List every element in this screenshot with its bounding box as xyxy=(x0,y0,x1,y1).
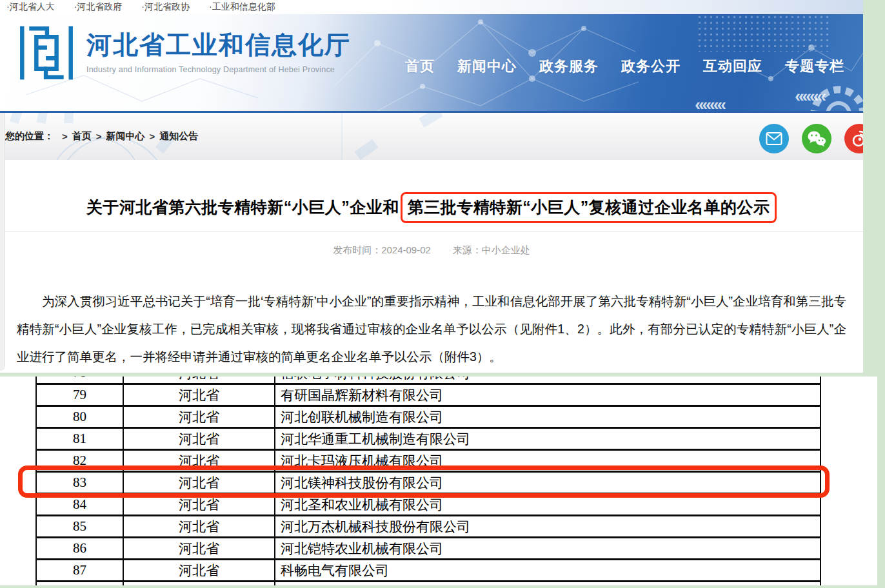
nav-item[interactable]: 专题专栏 xyxy=(785,57,844,76)
breadcrumb-separator: > xyxy=(96,131,102,142)
nav-item[interactable]: 政务公开 xyxy=(621,57,681,76)
article-area: 关于河北省第六批专精特新“小巨人”企业和第三批专精特新“小巨人”复核通过企业名单… xyxy=(0,192,863,373)
table-cell-number: 80 xyxy=(37,409,123,425)
weibo-icon xyxy=(850,130,863,148)
table-cell-company: 科畅电气有限公司 xyxy=(274,560,820,580)
table-row: 84 河北省 河北圣和农业机械有限公司 xyxy=(37,495,820,516)
table-cell-number: 87 xyxy=(37,562,123,578)
source-value: 中小企业处 xyxy=(482,244,530,255)
table-cell-company: 有研国晶辉新材料有限公司 xyxy=(274,385,820,405)
site-subtitle: Industry and Information Technology Depa… xyxy=(86,65,351,74)
table-cell-number: 86 xyxy=(37,540,123,556)
table-cell-province: 河北省 xyxy=(123,451,274,471)
topbar: ·河北省人大 ·河北省政府 ·河北省政协 ·工业和信息化部 xyxy=(0,0,863,14)
hebei-miit-logo-icon xyxy=(17,23,76,83)
table-cell-number: 83 xyxy=(37,475,123,491)
breadcrumb-item: > 新闻中心 xyxy=(92,130,145,142)
header-chevrons-right: «««« xyxy=(795,86,824,106)
publish-time-value: 2024-09-02 xyxy=(381,244,431,255)
breadcrumb-link[interactable]: 新闻中心 xyxy=(106,130,145,142)
title-highlight-box: 第三批专精特新“小巨人”复核通过企业名单的公示 xyxy=(401,192,777,223)
table-cell-province: 河北省 xyxy=(123,429,274,449)
breadcrumb-link[interactable]: 首页 xyxy=(72,130,92,142)
table-cell-number: 84 xyxy=(37,496,123,513)
table-row: 81 河北省 河北华通重工机械制造有限公司 xyxy=(37,429,820,451)
header-dots-pattern xyxy=(697,14,832,52)
company-table: 78 河北省 信联电子材料科技股份有限公司 79 河北省 有研国晶辉新材料有限公… xyxy=(35,377,821,585)
site-header: «««« «««« 河北省工业和信息化厅 Industry and Inform… xyxy=(0,14,863,111)
source-label: 来源： xyxy=(453,244,482,255)
table-cell-province: 河北省 xyxy=(123,407,274,427)
table-cell-province: 河北省 xyxy=(123,560,274,580)
table-cell-company: 河北铠特农业机械有限公司 xyxy=(274,538,820,558)
article-title: 关于河北省第六批专精特新“小巨人”企业和第三批专精特新“小巨人”复核通过企业名单… xyxy=(0,192,863,223)
table-cell-company: 河北圣和农业机械有限公司 xyxy=(274,495,820,514)
table-row: 86 河北省 河北铠特农业机械有限公司 xyxy=(37,538,820,560)
topbar-link[interactable]: ·河北省政府 xyxy=(74,1,123,13)
table-row xyxy=(37,582,820,585)
article-title-plain: 关于河北省第六批专精特新“小巨人”企业和 xyxy=(86,198,399,216)
table-row: 79 河北省 有研国晶辉新材料有限公司 xyxy=(37,385,820,407)
nav-item[interactable]: 政务服务 xyxy=(539,57,599,76)
title-divider xyxy=(0,231,863,232)
topbar-link[interactable]: ·工业和信息化部 xyxy=(209,1,275,13)
nav-item[interactable]: 首页 xyxy=(405,57,435,76)
table-cell-company xyxy=(274,582,820,585)
breadcrumb-link[interactable]: 通知公告 xyxy=(159,130,198,142)
topbar-link[interactable]: ·河北省人大 xyxy=(6,1,55,13)
table-cell-province: 河北省 xyxy=(123,538,274,558)
breadcrumb-label: 您的位置： xyxy=(5,130,54,142)
table-cell-company: 河北镁神科技股份有限公司 xyxy=(274,473,820,493)
table-row: 85 河北省 河北万杰机械科技股份有限公司 xyxy=(37,516,820,538)
article-body-paragraph: 为深入贯彻习近平总书记关于“培育一批‘专精特新’中小企业”的重要指示精神，工业和… xyxy=(17,288,846,371)
main-nav: 首页 新闻中心 政务服务 政务公开 互动回应 专题专栏 xyxy=(405,57,844,76)
nav-item[interactable]: 新闻中心 xyxy=(457,57,517,76)
site-logo[interactable]: 河北省工业和信息化厅 Industry and Information Tech… xyxy=(17,23,351,83)
publish-time-label: 发布时间： xyxy=(333,244,381,255)
article-meta: 发布时间：2024-09-02来源：中小企业处 xyxy=(0,244,863,257)
page-edge-strip xyxy=(0,113,5,371)
table-row: 82 河北省 河北卡玛液压机械有限公司 xyxy=(37,451,820,473)
webpage-window: ·河北省人大 ·河北省政府 ·河北省政协 ·工业和信息化部 xyxy=(0,0,863,373)
table-cell-company: 河北卡玛液压机械有限公司 xyxy=(274,451,820,471)
wechat-icon xyxy=(807,130,826,147)
table-cell-province: 河北省 xyxy=(123,516,274,536)
table-row: 83 河北省 河北镁神科技股份有限公司 xyxy=(37,473,820,495)
breadcrumb-separator: > xyxy=(62,131,68,142)
wechat-share-button[interactable] xyxy=(802,124,831,153)
table-cell-province xyxy=(123,582,274,585)
table-cell-province: 河北省 xyxy=(123,473,274,493)
email-share-button[interactable] xyxy=(759,124,789,153)
table-cell-province: 河北省 xyxy=(123,495,274,514)
breadcrumb-separator: > xyxy=(150,131,155,142)
table-cell-number: 78 xyxy=(37,377,123,381)
topbar-link[interactable]: ·河北省政协 xyxy=(141,1,190,13)
company-list-table-image: 78 河北省 信联电子材料科技股份有限公司 79 河北省 有研国晶辉新材料有限公… xyxy=(0,377,877,585)
nav-item[interactable]: 互动回应 xyxy=(703,57,762,76)
email-icon xyxy=(766,132,782,146)
table-row: 87 河北省 科畅电气有限公司 xyxy=(37,560,820,582)
breadcrumb-item: > 通知公告 xyxy=(145,130,199,142)
table-cell-company: 河北创联机械制造有限公司 xyxy=(274,407,820,427)
weibo-share-button[interactable] xyxy=(844,124,863,153)
table-cell-company: 河北万杰机械科技股份有限公司 xyxy=(274,516,820,536)
breadcrumb-item: > 首页 xyxy=(57,130,92,142)
table-cell-province: 河北省 xyxy=(123,385,274,405)
header-chevrons-left: «««« xyxy=(695,95,724,111)
social-icons xyxy=(759,124,863,153)
table-cell-number: 79 xyxy=(37,387,123,403)
table-cell-number: 85 xyxy=(37,518,123,534)
table-row: 80 河北省 河北创联机械制造有限公司 xyxy=(37,407,820,429)
table-cell-province: 河北省 xyxy=(123,377,274,383)
table-cell-company: 信联电子材料科技股份有限公司 xyxy=(274,377,820,383)
table-row: 78 河北省 信联电子材料科技股份有限公司 xyxy=(37,377,820,385)
breadcrumb-bar: 您的位置： > 首页 > 新闻中心 > 通知公告 xyxy=(0,113,863,160)
table-cell-company: 河北华通重工机械制造有限公司 xyxy=(274,429,820,449)
table-cell-number: 81 xyxy=(37,431,123,447)
table-cell-number: 82 xyxy=(37,453,123,469)
site-title: 河北省工业和信息化厅 xyxy=(86,30,351,61)
breadcrumb: 您的位置： > 首页 > 新闻中心 > 通知公告 xyxy=(5,130,198,142)
